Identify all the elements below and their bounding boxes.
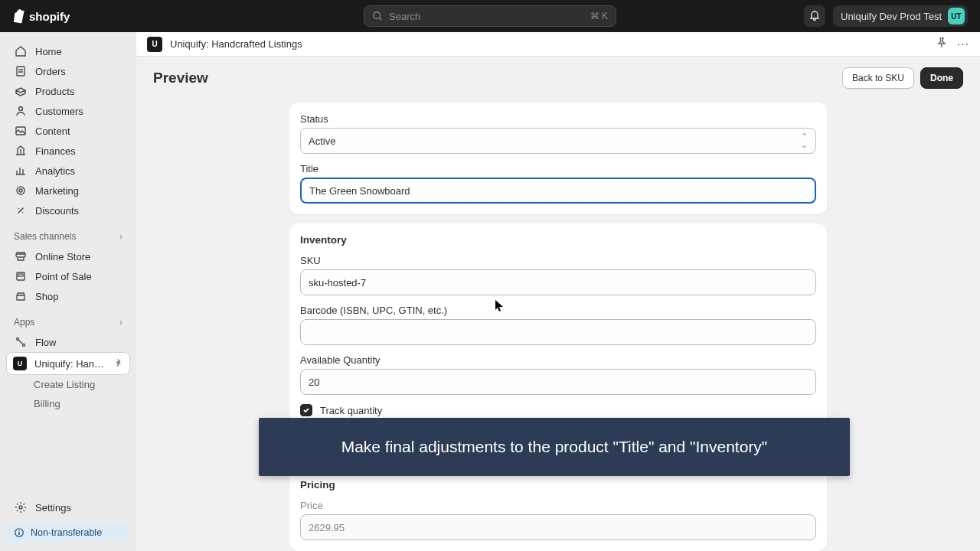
sidebar-sub-billing[interactable]: Billing: [6, 394, 130, 413]
topbar: shopify Search ⌘ K Uniquify Dev Prod Tes…: [0, 0, 980, 32]
pin-icon[interactable]: [114, 358, 123, 370]
finances-icon: [14, 145, 28, 157]
sidebar-item-content[interactable]: Content: [6, 121, 130, 141]
sidebar-item-pos[interactable]: Point of Sale: [6, 266, 130, 286]
apps-header[interactable]: Apps›: [6, 312, 130, 332]
main-content: U Uniquify: Handcrafted Listings ··· Pre…: [136, 32, 980, 551]
price-label: Price: [300, 500, 816, 511]
svg-point-0: [374, 12, 381, 19]
svg-rect-7: [18, 274, 23, 276]
done-button[interactable]: Done: [920, 67, 963, 89]
pin-icon[interactable]: [936, 37, 948, 52]
sidebar-item-flow[interactable]: Flow: [6, 332, 130, 352]
app-icon: U: [147, 37, 162, 52]
products-icon: [14, 85, 28, 97]
status-label: Status: [300, 113, 816, 125]
sidebar-item-orders[interactable]: Orders: [6, 61, 130, 81]
home-icon: [14, 45, 28, 57]
chevron-right-icon: ›: [119, 317, 122, 328]
shop-icon: [14, 290, 28, 302]
barcode-label: Barcode (ISBN, UPC, GTIN, etc.): [300, 305, 816, 316]
status-select[interactable]: Active ⌃⌄: [300, 128, 816, 154]
info-icon: [14, 527, 24, 538]
customers-icon: [14, 105, 28, 117]
svg-point-2: [19, 107, 23, 111]
flow-icon: [14, 336, 28, 348]
sidebar-item-customers[interactable]: Customers: [6, 101, 130, 121]
qty-input[interactable]: [300, 369, 816, 395]
pricing-heading: Pricing: [300, 479, 816, 491]
store-switcher[interactable]: Uniquify Dev Prod Test UT: [833, 5, 968, 27]
inventory-heading: Inventory: [300, 234, 816, 246]
discounts-icon: [14, 204, 28, 217]
app-title: Uniquify: Handcrafted Listings: [170, 38, 302, 50]
status-title-card: Status Active ⌃⌄ Title: [289, 103, 827, 214]
sales-channels-header[interactable]: Sales channels›: [6, 227, 130, 246]
app-icon: U: [13, 357, 27, 370]
svg-point-10: [19, 506, 22, 509]
sidebar-item-discounts[interactable]: Discounts: [6, 201, 130, 220]
qty-label: Available Quantity: [300, 354, 816, 366]
sidebar-item-settings[interactable]: Settings: [6, 497, 130, 517]
sidebar-item-shop[interactable]: Shop: [6, 286, 130, 306]
pos-icon: [14, 270, 28, 282]
notifications-button[interactable]: [804, 5, 825, 27]
store-icon: [14, 250, 28, 262]
chevron-right-icon: ›: [119, 231, 122, 242]
brand-text: shopify: [29, 10, 70, 23]
track-quantity-checkbox[interactable]: [300, 404, 312, 416]
content-icon: [14, 125, 28, 137]
avatar: UT: [948, 8, 965, 24]
sidebar-item-home[interactable]: Home: [6, 41, 130, 61]
store-name: Uniquify Dev Prod Test: [841, 11, 942, 22]
sku-input[interactable]: [300, 269, 816, 295]
sidebar-item-online-store[interactable]: Online Store: [6, 246, 130, 266]
search-kbd: ⌘ K: [590, 11, 608, 21]
sidebar-item-analytics[interactable]: Analytics: [6, 161, 130, 181]
sidebar-item-marketing[interactable]: Marketing: [6, 181, 130, 201]
sku-label: SKU: [300, 255, 816, 266]
instruction-overlay: Make final adjustments to the product "T…: [259, 418, 850, 476]
title-input[interactable]: [300, 178, 816, 204]
back-to-sku-button[interactable]: Back to SKU: [842, 67, 914, 89]
analytics-icon: [14, 165, 28, 177]
svg-point-5: [19, 189, 22, 192]
inventory-card: Inventory SKU Barcode (ISBN, UPC, GTIN, …: [289, 223, 827, 450]
shopify-logo[interactable]: shopify: [12, 8, 70, 24]
page-title: Preview: [153, 70, 208, 86]
search-input[interactable]: Search ⌘ K: [364, 5, 616, 27]
pricing-card: Pricing Price: [289, 468, 827, 551]
app-header: U Uniquify: Handcrafted Listings ···: [136, 32, 980, 57]
title-label: Title: [300, 163, 816, 174]
svg-rect-1: [17, 67, 24, 76]
more-icon[interactable]: ···: [957, 37, 969, 51]
sidebar-sub-create-listing[interactable]: Create Listing: [6, 375, 130, 394]
svg-point-4: [17, 187, 24, 194]
orders-icon: [14, 65, 28, 77]
sidebar-item-products[interactable]: Products: [6, 81, 130, 101]
track-quantity-row[interactable]: Track quantity: [300, 404, 816, 416]
non-transferable-badge: Non-transferable: [6, 523, 130, 542]
price-input[interactable]: [300, 514, 816, 540]
sidebar-item-uniquify-app[interactable]: U Uniquify: Handcrafte...: [6, 352, 130, 375]
search-placeholder: Search: [389, 11, 420, 22]
gear-icon: [14, 501, 28, 514]
sidebar-item-finances[interactable]: Finances: [6, 141, 130, 161]
barcode-input[interactable]: [300, 319, 816, 345]
marketing-icon: [14, 184, 28, 197]
select-caret-icon: ⌃⌄: [801, 132, 808, 149]
sidebar: Home Orders Products Customers Content F…: [0, 32, 136, 551]
